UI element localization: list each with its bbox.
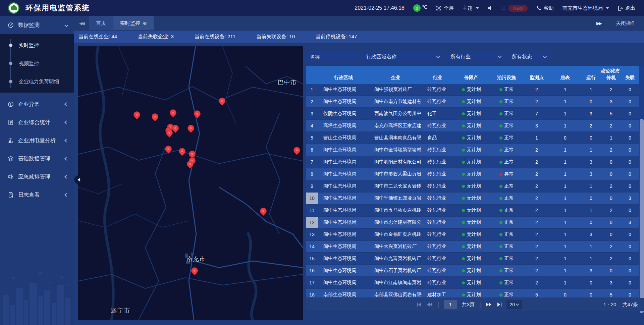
logout-button[interactable]: 退出 (618, 5, 635, 11)
notification-count-badge: 2632 (508, 5, 528, 12)
table-row[interactable]: 7阆中生态环境局阆中明阳建材有限公司砖瓦行业无计划正常21300 (306, 156, 639, 168)
previous-page-button[interactable] (427, 302, 433, 307)
stop-limit-cell: 无计划 (453, 84, 490, 95)
industry-cell: 砖瓦行业 (422, 120, 453, 131)
status-dot-green (462, 88, 465, 91)
page-number-input[interactable] (444, 300, 457, 309)
table-row[interactable]: 3仪陇生态环境局西南油气田分公司川中化工无计划正常71350 (306, 108, 639, 119)
table-row[interactable]: 17阆中生态环境局阆中市江南镇阆南页岩砖瓦行业无计划正常21030 (306, 277, 639, 288)
logout-icon (618, 6, 623, 11)
sidebar-item-data-monitoring[interactable]: 数据监测 (0, 16, 74, 34)
running-count-cell: 3 (580, 108, 602, 119)
next-page-button[interactable] (486, 302, 492, 307)
bullet-dot-icon (9, 80, 12, 83)
theme-dropdown[interactable]: 主题 (463, 5, 479, 11)
row-index: 1 (306, 84, 318, 95)
monitor-points-cell: 5 (523, 289, 550, 297)
table-row[interactable]: 14阆中生态环境局阆中大兴页岩机砖厂砖瓦行业无计划正常21120 (306, 241, 639, 252)
chevron-left-icon (64, 139, 68, 142)
lost-count-cell: 0 (621, 180, 639, 192)
total-meter-cell: 1 (550, 96, 580, 107)
name-search-input[interactable] (306, 51, 360, 62)
close-operations-button[interactable]: 关闭操作 (616, 20, 636, 26)
lost-count-cell: 0 (621, 253, 639, 264)
facility-status-cell: 正常 (490, 96, 523, 107)
table-row[interactable]: 16阆中生态环境局阆中市石子页岩机砖厂砖瓦行业无计划正常21300 (306, 265, 639, 276)
sidebar-item-power-load-detail[interactable]: 企业电力负荷明细 (0, 72, 74, 91)
sidebar-item-log-view[interactable]: 日志查看 (0, 186, 74, 204)
table-row[interactable]: 5营山生态环境局营山县润丰肉食品有限食品无计划正常10010 (306, 132, 639, 144)
tab-realtime-monitoring[interactable]: 实时监控 ⊗ (113, 16, 154, 30)
status-dot-green (499, 245, 502, 248)
table-row[interactable]: 12阆中生态环境局阆中市忠信建材有限公砖瓦行业无计划正常21003 (306, 217, 639, 228)
company-cell: 阆中明阳建材有限公司 (369, 156, 422, 168)
megaphone-icon (7, 173, 14, 180)
tabs-scroll-left-button[interactable]: ◀◀ (74, 16, 89, 30)
table-row[interactable]: 2阆中生态环境局阆中市南方节能建材有砖瓦行业无计划正常21030 (306, 96, 639, 107)
table-row[interactable]: 11阆中生态环境局阆中市五马桥页岩机砖砖瓦行业无计划正常21120 (306, 205, 639, 216)
row-index-cell: 12 (306, 217, 318, 228)
sidebar-item-video-monitoring[interactable]: 视频监控 (0, 54, 74, 72)
table-row[interactable]: 18南部生态环境局南部县双佛山页岩有限公建材加工无计划正常50050 (306, 289, 639, 297)
help-button[interactable]: 帮助 (536, 5, 554, 11)
sidebar-item-emergency-reduction[interactable]: 应急减排管理 (0, 168, 74, 186)
lost-count-cell: 0 (621, 289, 639, 297)
notifications[interactable]: 2632 (501, 5, 528, 12)
stop-limit-cell: 无计划 (453, 120, 490, 131)
table-row[interactable]: 15阆中生态环境局阆中市光富页岩机砖厂砖瓦行业无计划正常21120 (306, 253, 639, 264)
stop-limit-cell: 无计划 (453, 289, 490, 297)
stop-limit-cell: 无计划 (453, 241, 490, 252)
stopped-count-cell: 2 (602, 180, 621, 192)
sidebar-item-enterprise-statistics[interactable]: 企业综合统计 (0, 113, 74, 131)
table-row[interactable]: 8阆中生态环境局阆中市枣碧大梁山页岩砖瓦行业无计划异常21300 (306, 168, 639, 180)
running-count-cell: 1 (580, 144, 602, 156)
table-row[interactable]: 1阆中生态环境局阆中强锐页岩砖厂砖瓦行业无计划正常21120 (306, 84, 639, 95)
table-row[interactable]: 10阆中生态环境局阆中千佛镇五郎垭页岩砖瓦行业无计划正常21003 (306, 193, 639, 204)
scrollbar-thumb[interactable] (640, 119, 644, 313)
sidebar-item-power-usage-analysis[interactable]: 企业用电量分析 (0, 131, 74, 150)
stopped-count-cell: 2 (602, 241, 621, 252)
org-dropdown[interactable]: 南充市生态环境局 (562, 5, 609, 11)
logout-label: 退出 (625, 5, 635, 11)
table-row[interactable]: 9阆中生态环境局阆中市二龙长宝页岩砖砖瓦行业无计划正常21120 (306, 180, 639, 192)
sidebar-item-realtime-monitoring[interactable]: 实时监控 (0, 36, 74, 54)
row-index: 18 (306, 289, 318, 297)
industry-cell: 砖瓦行业 (422, 277, 453, 288)
sidebar-collapse-button[interactable] (74, 176, 83, 184)
table-scrollbar[interactable] (639, 66, 644, 297)
row-index-cell: 10 (306, 193, 318, 204)
fullscreen-icon (436, 5, 441, 11)
last-page-button[interactable] (496, 302, 502, 307)
monitor-points-cell: 3 (523, 120, 550, 131)
stopped-count-cell: 2 (602, 84, 621, 95)
industry-select[interactable]: 所有行业 (446, 51, 505, 62)
tab-home[interactable]: 首页 (89, 16, 113, 30)
chevron-down-icon (476, 7, 479, 9)
fullscreen-button[interactable]: 全屏 (436, 5, 454, 11)
table-row[interactable]: 6阆中生态环境局阆中市金博瑞新型墙材砖瓦行业无计划正常21120 (306, 144, 639, 156)
table-row[interactable]: 13阆中生态环境局阆中市金福旺页岩机砖砖瓦行业无计划正常21300 (306, 229, 639, 240)
sidebar-item-base-data-management[interactable]: 基础数据管理 (0, 150, 74, 168)
tab-close-icon[interactable]: ⊗ (143, 20, 147, 26)
tabs-scroll-right-button[interactable]: ▶▶ (591, 21, 606, 26)
lost-count-cell: 0 (621, 96, 639, 107)
map-panel[interactable]: 巴中市南充市遂宁市 (78, 46, 303, 320)
region-select[interactable]: 行政区域名称 (362, 51, 444, 62)
stopped-count-cell: 0 (602, 229, 621, 240)
pager-divider: | (437, 301, 439, 308)
submenu-item-label: 实时监控 (19, 42, 39, 49)
facility-status-cell: 正常 (490, 253, 523, 264)
mute-button[interactable] (488, 6, 492, 10)
company-cell: 阆中大兴页岩机砖厂 (369, 241, 422, 252)
region-cell: 阆中生态环境局 (318, 217, 369, 228)
status-select[interactable]: 所有状态 (508, 51, 550, 62)
running-count-cell: 3 (580, 229, 602, 240)
row-index-cell: 13 (306, 229, 318, 240)
first-page-button[interactable] (417, 302, 422, 307)
table-row[interactable]: 4高坪生态环境局南充市高坪区王家店建砖瓦行业无计划正常31220 (306, 120, 639, 131)
page-size-select[interactable]: 20 (506, 300, 522, 309)
sidebar-item-enterprise-abnormal[interactable]: 企业异常 (0, 95, 74, 113)
facility-status-cell: 正常 (490, 193, 523, 204)
filter-bar: 行政区域名称 所有行业 所有状态 (306, 51, 550, 62)
company-cell: 西南油气田分公司川中 (369, 108, 422, 119)
